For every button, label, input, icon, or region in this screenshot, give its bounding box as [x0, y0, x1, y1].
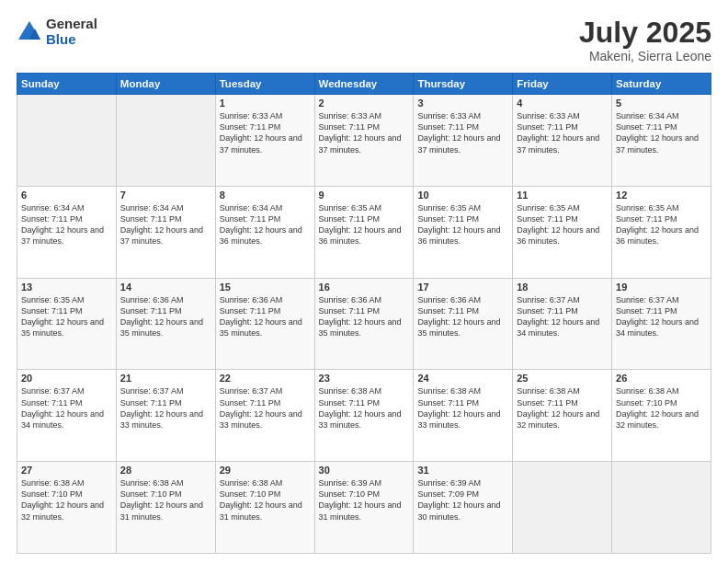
calendar-header-row: SundayMondayTuesdayWednesdayThursdayFrid…	[17, 74, 711, 95]
calendar-cell: 31Sunrise: 6:39 AM Sunset: 7:09 PM Dayli…	[414, 462, 513, 554]
day-info: Sunrise: 6:34 AM Sunset: 7:11 PM Dayligh…	[616, 110, 707, 155]
day-info: Sunrise: 6:37 AM Sunset: 7:11 PM Dayligh…	[21, 385, 112, 431]
calendar-cell: 21Sunrise: 6:37 AM Sunset: 7:11 PM Dayli…	[116, 370, 215, 462]
calendar-cell: 14Sunrise: 6:36 AM Sunset: 7:11 PM Dayli…	[116, 278, 215, 370]
calendar-day-header: Monday	[116, 74, 215, 95]
day-info: Sunrise: 6:38 AM Sunset: 7:11 PM Dayligh…	[319, 385, 410, 431]
day-info: Sunrise: 6:36 AM Sunset: 7:11 PM Dayligh…	[120, 294, 211, 339]
day-number: 4	[517, 98, 608, 109]
calendar-cell: 8Sunrise: 6:34 AM Sunset: 7:11 PM Daylig…	[215, 186, 314, 278]
calendar-table: SundayMondayTuesdayWednesdayThursdayFrid…	[17, 73, 711, 554]
calendar-day-header: Friday	[513, 74, 612, 95]
calendar-cell	[116, 95, 215, 187]
calendar-day-header: Thursday	[414, 74, 513, 95]
day-info: Sunrise: 6:33 AM Sunset: 7:11 PM Dayligh…	[417, 110, 508, 155]
day-number: 10	[417, 190, 508, 201]
day-info: Sunrise: 6:38 AM Sunset: 7:11 PM Dayligh…	[517, 385, 608, 431]
day-number: 15	[220, 282, 311, 293]
month-title: July 2025	[579, 17, 711, 49]
calendar-cell: 3Sunrise: 6:33 AM Sunset: 7:11 PM Daylig…	[414, 95, 513, 187]
title-block: July 2025 Makeni, Sierra Leone	[579, 17, 711, 63]
day-info: Sunrise: 6:33 AM Sunset: 7:11 PM Dayligh…	[517, 110, 608, 155]
calendar-cell: 17Sunrise: 6:36 AM Sunset: 7:11 PM Dayli…	[414, 278, 513, 370]
calendar-cell: 19Sunrise: 6:37 AM Sunset: 7:11 PM Dayli…	[612, 278, 711, 370]
day-number: 9	[319, 190, 410, 201]
day-number: 22	[220, 373, 311, 384]
logo-icon	[17, 19, 42, 45]
day-info: Sunrise: 6:35 AM Sunset: 7:11 PM Dayligh…	[616, 202, 707, 247]
logo: General Blue	[17, 17, 97, 47]
day-number: 13	[21, 282, 112, 293]
day-number: 1	[220, 98, 311, 109]
day-info: Sunrise: 6:34 AM Sunset: 7:11 PM Dayligh…	[21, 202, 112, 247]
day-info: Sunrise: 6:35 AM Sunset: 7:11 PM Dayligh…	[319, 202, 410, 247]
day-number: 19	[616, 282, 707, 293]
calendar-day-header: Sunday	[17, 74, 117, 95]
calendar-week-row: 20Sunrise: 6:37 AM Sunset: 7:11 PM Dayli…	[17, 370, 711, 462]
day-number: 18	[517, 282, 608, 293]
day-number: 16	[319, 282, 410, 293]
day-info: Sunrise: 6:37 AM Sunset: 7:11 PM Dayligh…	[616, 294, 707, 339]
calendar-cell	[612, 462, 711, 554]
day-number: 6	[21, 190, 112, 201]
calendar-week-row: 13Sunrise: 6:35 AM Sunset: 7:11 PM Dayli…	[17, 278, 711, 370]
calendar-cell: 5Sunrise: 6:34 AM Sunset: 7:11 PM Daylig…	[612, 95, 711, 187]
day-info: Sunrise: 6:37 AM Sunset: 7:11 PM Dayligh…	[220, 385, 311, 431]
day-info: Sunrise: 6:33 AM Sunset: 7:11 PM Dayligh…	[319, 110, 410, 155]
day-number: 3	[417, 98, 508, 109]
day-info: Sunrise: 6:33 AM Sunset: 7:11 PM Dayligh…	[220, 110, 311, 155]
page: General Blue July 2025 Makeni, Sierra Le…	[0, 0, 728, 563]
day-info: Sunrise: 6:34 AM Sunset: 7:11 PM Dayligh…	[120, 202, 211, 247]
day-number: 7	[120, 190, 211, 201]
day-number: 21	[120, 373, 211, 384]
day-info: Sunrise: 6:36 AM Sunset: 7:11 PM Dayligh…	[319, 294, 410, 339]
calendar-cell: 11Sunrise: 6:35 AM Sunset: 7:11 PM Dayli…	[513, 186, 612, 278]
calendar-cell: 10Sunrise: 6:35 AM Sunset: 7:11 PM Dayli…	[414, 186, 513, 278]
day-info: Sunrise: 6:36 AM Sunset: 7:11 PM Dayligh…	[220, 294, 311, 339]
calendar-cell: 7Sunrise: 6:34 AM Sunset: 7:11 PM Daylig…	[116, 186, 215, 278]
calendar-cell: 2Sunrise: 6:33 AM Sunset: 7:11 PM Daylig…	[314, 95, 414, 187]
calendar-cell: 18Sunrise: 6:37 AM Sunset: 7:11 PM Dayli…	[513, 278, 612, 370]
day-number: 11	[517, 190, 608, 201]
day-number: 8	[220, 190, 311, 201]
day-number: 24	[417, 373, 508, 384]
header: General Blue July 2025 Makeni, Sierra Le…	[17, 17, 711, 63]
calendar-cell: 29Sunrise: 6:38 AM Sunset: 7:10 PM Dayli…	[215, 462, 314, 554]
day-number: 29	[220, 465, 311, 476]
calendar-week-row: 27Sunrise: 6:38 AM Sunset: 7:10 PM Dayli…	[17, 462, 711, 554]
calendar-cell: 24Sunrise: 6:38 AM Sunset: 7:11 PM Dayli…	[414, 370, 513, 462]
day-info: Sunrise: 6:38 AM Sunset: 7:10 PM Dayligh…	[21, 477, 112, 523]
day-number: 12	[616, 190, 707, 201]
calendar-day-header: Wednesday	[314, 74, 414, 95]
calendar-cell: 1Sunrise: 6:33 AM Sunset: 7:11 PM Daylig…	[215, 95, 314, 187]
day-info: Sunrise: 6:37 AM Sunset: 7:11 PM Dayligh…	[120, 385, 211, 431]
day-number: 28	[120, 465, 211, 476]
logo-general-text: General	[46, 17, 97, 32]
calendar-cell: 25Sunrise: 6:38 AM Sunset: 7:11 PM Dayli…	[513, 370, 612, 462]
day-info: Sunrise: 6:38 AM Sunset: 7:10 PM Dayligh…	[120, 477, 211, 523]
day-number: 31	[417, 465, 508, 476]
calendar-day-header: Saturday	[612, 74, 711, 95]
location: Makeni, Sierra Leone	[579, 49, 711, 63]
calendar-cell: 4Sunrise: 6:33 AM Sunset: 7:11 PM Daylig…	[513, 95, 612, 187]
day-info: Sunrise: 6:38 AM Sunset: 7:11 PM Dayligh…	[417, 385, 508, 431]
day-info: Sunrise: 6:34 AM Sunset: 7:11 PM Dayligh…	[220, 202, 311, 247]
day-info: Sunrise: 6:38 AM Sunset: 7:10 PM Dayligh…	[616, 385, 707, 431]
calendar-day-header: Tuesday	[215, 74, 314, 95]
day-number: 25	[517, 373, 608, 384]
calendar-cell: 13Sunrise: 6:35 AM Sunset: 7:11 PM Dayli…	[17, 278, 117, 370]
calendar-cell: 9Sunrise: 6:35 AM Sunset: 7:11 PM Daylig…	[314, 186, 414, 278]
day-number: 2	[319, 98, 410, 109]
day-number: 20	[21, 373, 112, 384]
logo-blue-text: Blue	[46, 32, 97, 48]
calendar-cell: 20Sunrise: 6:37 AM Sunset: 7:11 PM Dayli…	[17, 370, 117, 462]
logo-text: General Blue	[46, 17, 97, 47]
calendar-cell: 30Sunrise: 6:39 AM Sunset: 7:10 PM Dayli…	[314, 462, 414, 554]
calendar-cell: 23Sunrise: 6:38 AM Sunset: 7:11 PM Dayli…	[314, 370, 414, 462]
day-info: Sunrise: 6:35 AM Sunset: 7:11 PM Dayligh…	[517, 202, 608, 247]
day-number: 17	[417, 282, 508, 293]
day-number: 27	[21, 465, 112, 476]
calendar-cell: 27Sunrise: 6:38 AM Sunset: 7:10 PM Dayli…	[17, 462, 117, 554]
calendar-cell: 22Sunrise: 6:37 AM Sunset: 7:11 PM Dayli…	[215, 370, 314, 462]
calendar-cell	[17, 95, 117, 187]
